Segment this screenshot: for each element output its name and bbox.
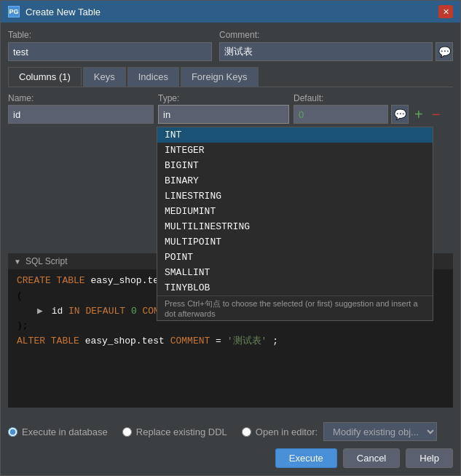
comment-label: Comment: xyxy=(219,30,453,40)
open-editor-radio[interactable] xyxy=(242,427,251,437)
autocomplete-item[interactable]: TINYBLOB xyxy=(157,280,433,295)
execute-db-option[interactable]: Execute in database xyxy=(8,427,108,437)
action-buttons: Execute Cancel Help xyxy=(8,448,453,468)
sql-arrow: ▼ xyxy=(14,258,21,266)
column-name-input[interactable] xyxy=(8,105,154,124)
open-editor-row: Open in editor: Modify existing obj... xyxy=(242,422,437,441)
dialog-title: Create New Table xyxy=(25,7,101,17)
tab-foreign-keys[interactable]: Foreign Keys xyxy=(181,67,259,87)
column-default-input[interactable] xyxy=(293,105,388,124)
type-label: Type: xyxy=(158,93,289,103)
comment-input[interactable] xyxy=(219,42,433,61)
table-name-group: Table: xyxy=(8,30,212,61)
table-label: Table: xyxy=(8,30,212,40)
autocomplete-item[interactable]: LINESTRING xyxy=(157,189,433,204)
title-bar: PG Create New Table ✕ xyxy=(1,1,460,23)
modify-select[interactable]: Modify existing obj... xyxy=(323,422,437,441)
title-bar-left: PG Create New Table xyxy=(8,6,101,17)
replace-ddl-label: Replace existing DDL xyxy=(136,427,227,437)
autocomplete-item[interactable]: POINT xyxy=(157,250,433,265)
comment-row: 💬 xyxy=(219,42,453,61)
open-editor-label: Open in editor: xyxy=(256,427,318,437)
remove-column-button[interactable]: − xyxy=(429,107,444,122)
tab-content: Name: Type: Default: 💬 + − INT INTEGER xyxy=(8,93,453,247)
name-label: Name: xyxy=(8,93,154,103)
create-table-dialog: PG Create New Table ✕ Table: Comment: 💬 … xyxy=(0,0,461,476)
tab-indices[interactable]: Indices xyxy=(127,67,179,87)
execute-db-label: Execute in database xyxy=(22,427,108,437)
replace-ddl-option[interactable]: Replace existing DDL xyxy=(122,427,227,437)
autocomplete-item[interactable]: INTEGER xyxy=(157,143,433,158)
open-editor-option[interactable]: Open in editor: xyxy=(242,427,318,437)
autocomplete-hint: Press Ctrl+句点 to choose the selected (or… xyxy=(157,295,433,320)
default-label: Default: xyxy=(293,93,453,103)
autocomplete-item[interactable]: MEDIUMINT xyxy=(157,204,433,219)
main-content: Table: Comment: 💬 Columns (1) Keys Indic… xyxy=(1,23,460,415)
column-fields-row: 💬 + − INT INTEGER BIGINT BINARY LINESTRI… xyxy=(8,105,453,124)
autocomplete-item[interactable]: INT xyxy=(157,127,433,143)
help-button[interactable]: Help xyxy=(406,448,453,468)
radio-row: Execute in database Replace existing DDL… xyxy=(8,422,453,441)
comment-icon-button[interactable]: 💬 xyxy=(436,42,453,61)
table-comment-row: Table: Comment: 💬 xyxy=(8,30,453,61)
tab-columns[interactable]: Columns (1) xyxy=(8,67,82,87)
add-column-button[interactable]: + xyxy=(411,107,426,122)
comment-group: Comment: 💬 xyxy=(219,30,453,61)
autocomplete-item[interactable]: BIGINT xyxy=(157,158,433,173)
sql-line-4: ); xyxy=(17,319,444,334)
autocomplete-item[interactable]: MULTILINESTRING xyxy=(157,219,433,234)
column-labels-row: Name: Type: Default: xyxy=(8,93,453,105)
tab-keys[interactable]: Keys xyxy=(83,67,126,87)
default-row: 💬 + − xyxy=(293,105,443,124)
execute-db-radio[interactable] xyxy=(8,427,17,437)
autocomplete-dropdown: INT INTEGER BIGINT BINARY LINESTRING MED… xyxy=(157,127,433,321)
autocomplete-item[interactable]: SMALLINT xyxy=(157,265,433,280)
table-name-input[interactable] xyxy=(8,42,212,61)
autocomplete-item[interactable]: MULTIPOINT xyxy=(157,234,433,250)
sql-line-5: ALTER TABLE easy_shop.test COMMENT = '测试… xyxy=(17,334,444,349)
column-type-input[interactable] xyxy=(158,105,289,124)
sql-label: SQL Script xyxy=(25,256,68,266)
tabs: Columns (1) Keys Indices Foreign Keys xyxy=(8,67,453,87)
bottom-bar: Execute in database Replace existing DDL… xyxy=(1,415,460,475)
execute-button[interactable]: Execute xyxy=(275,448,337,468)
default-comment-button[interactable]: 💬 xyxy=(391,105,409,124)
close-button[interactable]: ✕ xyxy=(438,5,453,18)
cancel-button[interactable]: Cancel xyxy=(343,448,400,468)
autocomplete-item[interactable]: BINARY xyxy=(157,173,433,189)
replace-ddl-radio[interactable] xyxy=(122,427,132,437)
app-icon: PG xyxy=(8,6,20,17)
